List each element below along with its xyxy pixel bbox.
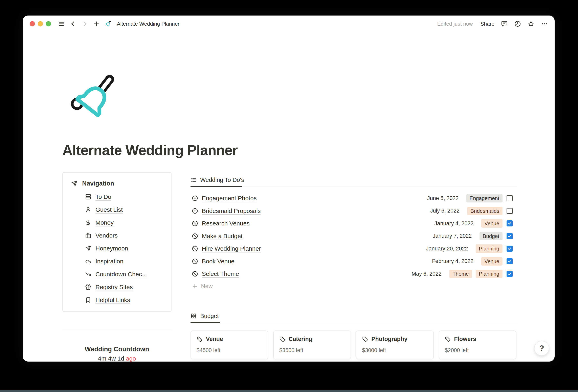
slash-circle-icon: [192, 245, 198, 252]
task-checkbox[interactable]: [507, 233, 513, 239]
nav-link-label[interactable]: Honeymoon: [96, 245, 128, 252]
task-link[interactable]: Bridesmaid Proposals: [202, 208, 261, 214]
traffic-lights: [30, 21, 51, 26]
task-tags: Budget: [480, 232, 503, 240]
slash-circle-icon: [192, 233, 198, 239]
check-icon: [507, 221, 512, 226]
tag-icon: [362, 336, 368, 342]
task-checkbox[interactable]: [507, 220, 513, 226]
new-task-button[interactable]: New: [191, 281, 517, 292]
sidebar-item[interactable]: Money: [85, 216, 171, 229]
task-link[interactable]: Make a Budget: [202, 233, 242, 240]
forward-icon[interactable]: [81, 20, 88, 27]
todo-section: Wedding To Do's Engagement Photos June 5…: [191, 175, 517, 292]
tag-icon: [279, 336, 285, 342]
page-title: Alternate Wedding Planner: [62, 142, 238, 158]
task-tags: Venue: [481, 219, 503, 228]
budget-card[interactable]: Photography $3000 left: [356, 331, 434, 359]
nav-link-label[interactable]: Money: [96, 219, 114, 226]
task-date[interactable]: January 7, 2022: [433, 233, 472, 239]
task-checkbox[interactable]: [507, 195, 513, 201]
sidebar-item[interactable]: Helpful Links: [85, 294, 171, 306]
tag-chip[interactable]: Theme: [449, 270, 472, 278]
task-tags: Venue: [481, 257, 503, 265]
minimize-window-button[interactable]: [38, 21, 43, 26]
task-date[interactable]: June 5, 2022: [427, 195, 459, 201]
tag-chip[interactable]: Planning: [476, 244, 503, 253]
task-checkbox[interactable]: [507, 246, 513, 252]
task-date[interactable]: January 20, 2022: [426, 246, 468, 252]
budget-card-amount: $4500 left: [196, 347, 262, 353]
sidebar-item[interactable]: Vendors: [85, 229, 171, 242]
table-row: Select Theme May 6, 2022 Theme Planning: [191, 267, 517, 280]
task-tags: Bridesmaids: [467, 207, 503, 215]
tab-budget[interactable]: Budget: [191, 311, 518, 321]
help-button[interactable]: ?: [534, 341, 549, 356]
budget-card-title: Catering: [289, 336, 312, 342]
task-date[interactable]: February 4, 2022: [432, 258, 474, 264]
tab-wedding-todos[interactable]: Wedding To Do's: [191, 175, 517, 185]
task-checkbox[interactable]: [507, 258, 513, 264]
task-link[interactable]: Research Venues: [202, 220, 250, 227]
sidebar-item[interactable]: Registry Sites: [85, 281, 171, 294]
share-button[interactable]: Share: [481, 21, 494, 27]
task-link[interactable]: Engagement Photos: [202, 195, 257, 202]
new-tab-icon[interactable]: [93, 20, 100, 27]
sidebar-item[interactable]: To Do: [85, 190, 171, 203]
nav-link-label[interactable]: Guest List: [96, 206, 123, 213]
sidebar-item[interactable]: Guest List: [85, 203, 171, 216]
history-icon[interactable]: [514, 20, 521, 27]
sidebar-item[interactable]: Inspiration: [85, 255, 171, 268]
task-date[interactable]: May 6, 2022: [412, 271, 441, 277]
sidebar-menu-icon[interactable]: [58, 20, 65, 27]
task-checkbox[interactable]: [507, 271, 513, 277]
sidebar-item[interactable]: Countdown Chec...: [85, 268, 171, 281]
nav-link-label[interactable]: Vendors: [96, 232, 118, 239]
desktop-edge: [0, 390, 578, 392]
table-row: Make a Budget January 7, 2022 Budget: [191, 230, 517, 243]
tag-chip[interactable]: Engagement: [466, 194, 503, 202]
tag-chip[interactable]: Budget: [480, 232, 503, 240]
slash-circle-icon: [192, 258, 198, 264]
task-date[interactable]: July 6, 2022: [430, 208, 460, 214]
nav-link-label[interactable]: Inspiration: [96, 258, 123, 265]
list-view-icon: [191, 177, 196, 183]
sidebar-item[interactable]: Honeymoon: [85, 242, 171, 255]
budget-card-header: Flowers: [445, 336, 510, 342]
favorite-star-icon[interactable]: [528, 20, 534, 27]
nav-link-label[interactable]: Countdown Chec...: [96, 271, 147, 278]
task-link[interactable]: Select Theme: [202, 270, 239, 277]
task-link[interactable]: Book Venue: [202, 258, 235, 265]
budget-card[interactable]: Venue $4500 left: [191, 331, 268, 359]
nav-link-label[interactable]: Registry Sites: [96, 284, 133, 291]
budget-card-title: Venue: [206, 336, 223, 342]
cloud-icon: [85, 258, 92, 264]
budget-card[interactable]: Catering $3500 left: [273, 331, 351, 359]
paper-plane-icon: [71, 180, 78, 187]
navigation-header: Navigation: [63, 173, 171, 190]
breadcrumb[interactable]: Alternate Wedding Planner: [117, 21, 179, 27]
trending-down-icon: [85, 271, 92, 277]
comments-icon[interactable]: [501, 20, 508, 27]
table-row: Engagement Photos June 5, 2022 Engagemen…: [191, 192, 517, 205]
task-checkbox[interactable]: [507, 208, 513, 214]
table-row: Book Venue February 4, 2022 Venue: [191, 255, 517, 268]
close-window-button[interactable]: [30, 21, 35, 26]
nav-link-label[interactable]: To Do: [96, 193, 111, 200]
task-tags: Theme Planning: [449, 270, 503, 278]
nav-link-label[interactable]: Helpful Links: [96, 297, 130, 304]
tag-chip[interactable]: Planning: [476, 270, 503, 278]
tag-chip[interactable]: Venue: [481, 257, 503, 265]
task-date[interactable]: January 4, 2022: [434, 220, 474, 227]
back-icon[interactable]: [70, 20, 77, 27]
plus-icon: [192, 283, 198, 289]
countdown-ago: ago: [126, 355, 136, 362]
budget-card[interactable]: Flowers $2000 left: [439, 331, 517, 359]
zoom-window-button[interactable]: [46, 21, 51, 26]
page-icon-bell[interactable]: [71, 74, 116, 122]
task-link[interactable]: Hire Wedding Planner: [202, 245, 261, 252]
countdown-value: 4m 4w 1d ago: [62, 354, 172, 362]
tag-chip[interactable]: Venue: [481, 219, 503, 228]
tag-chip[interactable]: Bridesmaids: [467, 207, 503, 215]
more-options-icon[interactable]: [541, 20, 548, 27]
